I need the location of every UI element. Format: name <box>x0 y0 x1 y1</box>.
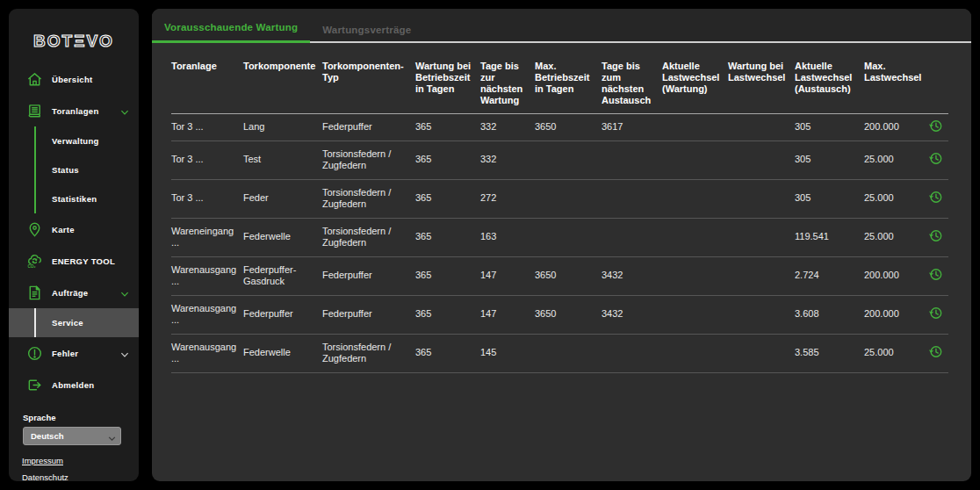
history-clock-icon <box>928 151 943 166</box>
auftraege-submenu: Service <box>9 308 139 337</box>
table-cell: Tor 3 ... <box>171 179 243 218</box>
table-cell <box>662 114 728 141</box>
history-button[interactable] <box>928 306 943 321</box>
table-cell: Torsionsfedern / Zugfedern <box>322 334 415 372</box>
table-row: Tor 3 ... Lang Federpuffer 365 332 3650 … <box>171 114 948 141</box>
table-cell: 25.000 <box>864 218 922 256</box>
table-cell: Test <box>243 141 322 179</box>
sidebar-item-label: Toranlagen <box>52 106 99 116</box>
map-pin-icon <box>26 221 43 238</box>
table-cell <box>728 179 795 218</box>
col-header-wartung-bei-betriebszeit: Wartung bei Betriebszeit in Tagen <box>415 54 480 114</box>
tab-vorausschauende-wartung[interactable]: Vorausschauende Wartung <box>152 11 310 43</box>
table-row: Tor 3 ... Test Torsionsfedern / Zugfeder… <box>171 141 948 179</box>
sidebar-item-toranlagen[interactable]: Toranlagen <box>9 95 139 126</box>
table-cell: 365 <box>415 295 480 334</box>
table-cell: Wareneingang ... <box>171 218 243 256</box>
history-button[interactable] <box>928 344 943 359</box>
sidebar-item-fehler[interactable]: Fehler <box>9 337 139 369</box>
history-button[interactable] <box>928 190 943 205</box>
table-cell-actions <box>922 114 948 141</box>
table-cell: 3.608 <box>795 295 864 334</box>
col-header-tage-bis-wartung: Tage bis zur nächsten Wartung <box>480 54 535 114</box>
sidebar-item-abmelden[interactable]: Abmelden <box>9 369 139 400</box>
table-cell <box>602 334 662 372</box>
table-cell: Federwelle <box>243 334 322 372</box>
table-cell: Federpuffer <box>322 295 415 334</box>
table-cell <box>602 141 662 179</box>
table-cell <box>662 256 728 295</box>
toranlagen-submenu: Verwaltung Status Statistiken <box>9 126 139 213</box>
sub-item-label: Verwaltung <box>52 136 99 146</box>
col-header-aktuelle-lastwechsel-austausch: Aktuelle Lastwechsel (Austausch) <box>795 54 864 114</box>
sidebar-item-energy-tool[interactable]: CO₂ ENERGY TOOL <box>9 245 139 277</box>
history-button[interactable] <box>928 267 943 282</box>
footer-links: Impressum Datenschutz <box>22 456 139 481</box>
table-cell: Torsionsfedern / Zugfedern <box>322 179 415 218</box>
sidebar-item-label: ENERGY TOOL <box>52 256 115 266</box>
table-cell: 25.000 <box>864 334 922 372</box>
language-label: Sprache <box>23 413 139 422</box>
table-cell: 3617 <box>602 114 662 141</box>
sidebar-item-label: Übersicht <box>52 75 93 84</box>
table-cell: 2.724 <box>795 256 864 295</box>
table-cell: 3432 <box>602 295 662 334</box>
table-cell: Torsionsfedern / Zugfedern <box>322 218 415 256</box>
sidebar-item-label: Fehler <box>52 349 78 358</box>
table-cell: 365 <box>415 141 480 179</box>
table-cell <box>662 141 728 179</box>
sidebar-item-verwaltung[interactable]: Verwaltung <box>9 126 139 155</box>
home-icon <box>26 71 43 88</box>
sidebar-item-karte[interactable]: Karte <box>9 213 139 245</box>
table-cell <box>662 218 728 256</box>
table-cell: Tor 3 ... <box>171 141 243 179</box>
app-root: BOTΞVO Übersicht Toranlagen <box>0 0 980 490</box>
col-header-max-lastwechsel: Max. Lastwechsel <box>864 54 922 114</box>
sidebar-item-service[interactable]: Service <box>9 308 139 337</box>
table-cell: 163 <box>480 218 535 256</box>
table-cell: Federpuffer <box>243 295 322 334</box>
table-cell: Warenausgang ... <box>171 334 243 372</box>
col-header-toranlage: Toranlage <box>171 54 243 114</box>
sidebar-item-status[interactable]: Status <box>9 155 139 184</box>
table-cell <box>662 334 728 372</box>
chevron-down-icon <box>119 287 130 298</box>
history-button[interactable] <box>928 228 943 243</box>
table-cell: Feder <box>243 179 322 218</box>
table-cell <box>728 141 795 179</box>
sidebar-item-auftraege[interactable]: Aufträge <box>9 277 139 308</box>
sidebar-item-label: Abmelden <box>52 380 94 390</box>
history-button[interactable] <box>928 119 943 133</box>
table-row: Warenausgang ... Federpuffer Federpuffer… <box>171 295 948 334</box>
table-cell: 365 <box>415 218 480 256</box>
table-cell <box>535 334 602 372</box>
table-cell: Federpuffer-Gasdruck <box>243 256 322 295</box>
table-cell: 272 <box>480 179 535 218</box>
sidebar-item-uebersicht[interactable]: Übersicht <box>9 63 139 95</box>
table-cell <box>535 179 602 218</box>
col-header-wartung-bei-lastwechsel: Wartung bei Lastwechsel <box>728 54 795 114</box>
maintenance-table: Toranlage Torkomponente Torkomponenten-T… <box>171 54 948 373</box>
impressum-link[interactable]: Impressum <box>22 456 139 465</box>
chevron-down-icon <box>119 105 130 116</box>
table-cell: Tor 3 ... <box>171 114 243 141</box>
datenschutz-link[interactable]: Datenschutz <box>22 472 139 481</box>
language-select[interactable]: Deutsch <box>23 427 121 445</box>
table-cell: 145 <box>480 334 535 372</box>
col-header-tage-bis-austausch: Tage bis zum nächsten Austausch <box>602 54 662 114</box>
alert-circle-icon <box>26 345 43 362</box>
table-cell-actions <box>922 218 948 256</box>
brand-logo: BOTΞVO <box>9 32 139 51</box>
table-cell: 25.000 <box>864 179 922 218</box>
sidebar-item-statistiken[interactable]: Statistiken <box>9 184 139 213</box>
document-icon <box>26 285 43 301</box>
table-cell: 365 <box>415 334 480 372</box>
table-cell: 365 <box>415 114 480 141</box>
table-cell: 3432 <box>602 256 662 295</box>
table-cell: 200.000 <box>864 256 922 295</box>
history-button[interactable] <box>928 151 943 166</box>
table-row: Warenausgang ... Federpuffer-Gasdruck Fe… <box>171 256 948 295</box>
tab-wartungsvertraege[interactable]: Wartungsverträge <box>310 14 423 43</box>
table-cell-actions <box>922 179 948 218</box>
svg-text:CO₂: CO₂ <box>27 264 35 269</box>
